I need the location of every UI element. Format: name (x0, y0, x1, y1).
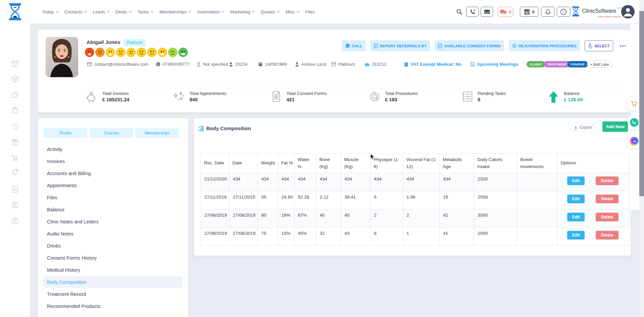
search-icon[interactable] (456, 9, 463, 15)
nav-item-marketing[interactable]: Marketing (230, 9, 255, 14)
scrollbar-thumb[interactable] (639, 11, 644, 196)
label-treatment[interactable]: TREATMENT (544, 61, 571, 67)
emoji-meh[interactable] (126, 48, 136, 57)
menu-item-consent-forms-history[interactable]: Consent Forms History (43, 252, 183, 264)
pos-button[interactable]: 0 (520, 7, 538, 17)
tab-profile[interactable]: Profile (44, 128, 87, 138)
floating-cart-button[interactable] (628, 97, 641, 110)
nav-item-misc[interactable]: Misc (285, 9, 300, 14)
history-icon[interactable] (11, 122, 19, 130)
report-referrals-button[interactable]: REPORT REFERRALS BY (370, 40, 430, 51)
ai-icon: AI (630, 137, 639, 146)
delete-button[interactable]: Delete (596, 195, 619, 203)
nav-item-quotes[interactable]: Quotes (261, 9, 280, 14)
delete-button[interactable]: Delete (596, 176, 619, 185)
menu-item-accounts-and-billing[interactable]: Accounts and Billing (43, 168, 183, 179)
nav-item-memberships[interactable]: Memberships (159, 9, 191, 14)
nav-item-deals[interactable]: Deals (115, 9, 132, 14)
emoji-unhappy[interactable] (106, 48, 115, 57)
cell: 3500 (474, 209, 517, 227)
menu-item-appointments[interactable]: Appointments (43, 180, 183, 191)
menu-item-recommended-products[interactable]: Recommended Products (43, 301, 183, 312)
emoji-happy[interactable] (158, 48, 167, 57)
nav-item-automation[interactable]: Automation (197, 9, 224, 14)
edit-button[interactable]: Edit (567, 231, 585, 240)
report-icon[interactable] (11, 185, 19, 193)
available-consent-forms-button[interactable]: AVAILABLE CONSENT FORMS (435, 40, 504, 51)
label-client[interactable]: CLIENT (527, 61, 545, 67)
floating-ai-button[interactable]: AI (628, 135, 641, 148)
help-button[interactable]: ? (557, 7, 570, 17)
delete-button[interactable]: Delete (596, 213, 619, 221)
menu-item-treatment-record[interactable]: Treatment Record (43, 288, 183, 300)
menu-item-invoices[interactable]: Invoices (43, 156, 183, 167)
price-tag-icon[interactable] (11, 168, 19, 176)
more-options-button[interactable] (618, 45, 628, 47)
brand-name: ClinicSoftware (582, 8, 616, 14)
menu-item-balance[interactable]: Balance (43, 204, 183, 215)
gift-icon[interactable] (11, 138, 19, 146)
menu-item-medical-history[interactable]: Medical History (43, 264, 183, 276)
chat-icon (499, 9, 507, 14)
select-button[interactable]: SELECT (585, 40, 613, 51)
avatar[interactable] (621, 5, 635, 18)
delete-button[interactable]: Delete (596, 231, 619, 240)
nav-item-files[interactable]: Files (305, 9, 315, 14)
emoji-angry[interactable] (85, 48, 94, 57)
client-email[interactable]: contact@clinicsoftware.com (87, 62, 148, 67)
emoji-glad[interactable] (168, 48, 177, 57)
emoji-great[interactable] (178, 48, 188, 57)
emoji-sad[interactable] (95, 48, 105, 57)
menu-item-activity[interactable]: Activity (43, 144, 183, 155)
emoji-content[interactable] (147, 48, 157, 57)
client-phone[interactable]: 07490009777 (156, 62, 190, 67)
email-icon (87, 62, 92, 66)
floating-phone-button[interactable] (628, 116, 641, 129)
emoji-ok[interactable] (137, 48, 146, 57)
tab-memberships[interactable]: Memberships (136, 128, 179, 138)
inbox-button[interactable] (481, 7, 493, 17)
menu-item-audio-notes[interactable]: Audio Notes (43, 228, 183, 240)
package-icon[interactable] (11, 75, 19, 83)
export-button[interactable]: Export (571, 123, 595, 132)
cell: 40 (341, 209, 371, 227)
copy-icon[interactable] (11, 91, 19, 99)
label-course[interactable]: COURSE (567, 61, 588, 67)
cell: 1 (403, 227, 440, 246)
nav-item-contacts[interactable]: Contacts (64, 9, 87, 14)
edit-button[interactable]: Edit (567, 195, 585, 203)
rejuvenation-procedures-button[interactable]: REJUVENATION PROCEDURES (509, 40, 580, 51)
edit-button[interactable]: Edit (567, 213, 585, 221)
cell: 434 (229, 173, 258, 191)
add-label-button[interactable]: + Add Labe (587, 61, 612, 68)
edit-button[interactable]: Edit (567, 176, 585, 185)
add-new-button[interactable]: Add New (602, 121, 628, 132)
nav-item-today[interactable]: Today (42, 9, 59, 14)
cart-icon[interactable] (11, 154, 19, 162)
cell: 32 (316, 227, 341, 246)
shopping-bag-icon[interactable] (11, 106, 19, 114)
person-icon (295, 62, 299, 67)
nav-item-leads[interactable]: Leads (93, 9, 110, 14)
menu-item-drinks[interactable]: Drinks (43, 240, 183, 252)
phone-button[interactable] (466, 7, 479, 17)
brand-logo[interactable]: ClinicSoftware .com (571, 6, 622, 17)
client-vat[interactable]: VAT Exempt Medical: No (404, 62, 461, 67)
menu-item-clinic-notes-and-letters[interactable]: Clinic Notes and Letters (43, 216, 183, 227)
tab-courses[interactable]: Courses (90, 128, 133, 138)
client-photo[interactable] (46, 37, 78, 77)
user-circle-icon[interactable] (11, 201, 19, 209)
menu-item-body-composition[interactable]: Body Composition (43, 276, 183, 288)
calendar-icon[interactable]: 12 (11, 60, 19, 68)
emoji-neutral[interactable] (116, 48, 125, 57)
upcoming-meetings-link[interactable]: 12 Upcoming Meetings (470, 62, 519, 67)
notifications-button[interactable] (541, 7, 554, 17)
nav-item-tasks[interactable]: Tasks (138, 9, 154, 14)
call-button[interactable]: CALL (342, 40, 366, 51)
cell: 2 (371, 209, 403, 227)
chat-button[interactable]: 3 (497, 7, 513, 17)
briefcase-icon[interactable] (11, 217, 19, 225)
menu-item-files[interactable]: Files (43, 192, 183, 203)
app-logo-icon[interactable] (7, 3, 23, 21)
phone-icon (156, 62, 160, 66)
